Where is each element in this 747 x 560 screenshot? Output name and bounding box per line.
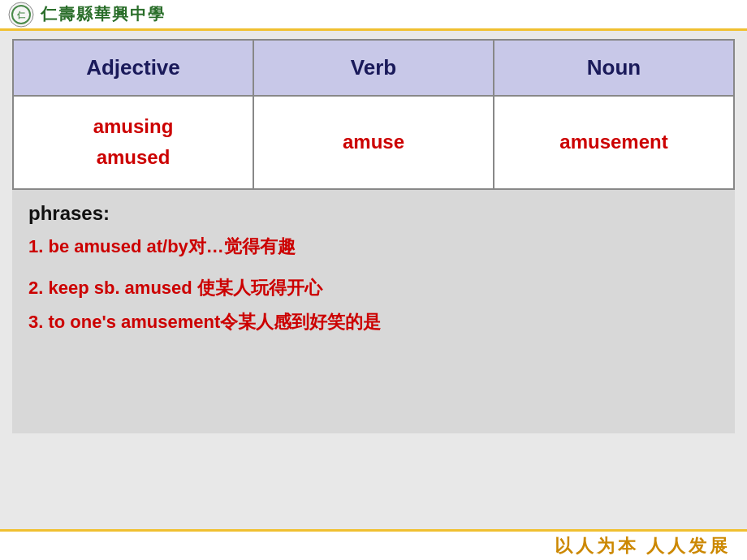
header: 仁 仁壽縣華興中學 [0,0,747,31]
footer: 以人为本 人人发展 [0,529,747,560]
noun-cell: amusement [494,96,734,189]
adjective-header: Adjective [13,40,253,96]
verb-cell: amuse [253,96,494,189]
phrase-3: 3. to one's amusement令某人感到好笑的是 [28,310,719,335]
svg-text:仁: 仁 [16,11,26,19]
table-row: amusing amused amuse amusement [13,96,734,189]
main-content: Adjective Verb Noun amusing amused amuse… [0,31,747,442]
school-logo-icon: 仁 [8,2,34,28]
phrases-section: phrases: 1. be amused at/by对…觉得有趣 2. kee… [12,190,735,433]
school-name: 仁壽縣華興中學 [41,3,166,25]
adjective-cell: amusing amused [13,96,253,189]
phrase-2: 2. keep sb. amused 使某人玩得开心 [28,276,719,301]
footer-motto: 以人为本 人人发展 [555,534,732,558]
verb-header: Verb [253,40,494,96]
phrase-1: 1. be amused at/by对…觉得有趣 [28,235,719,260]
noun-header: Noun [494,40,734,96]
word-table: Adjective Verb Noun amusing amused amuse… [12,39,735,190]
phrases-title: phrases: [28,202,719,225]
adjective-amusing: amusing amused [22,111,244,174]
